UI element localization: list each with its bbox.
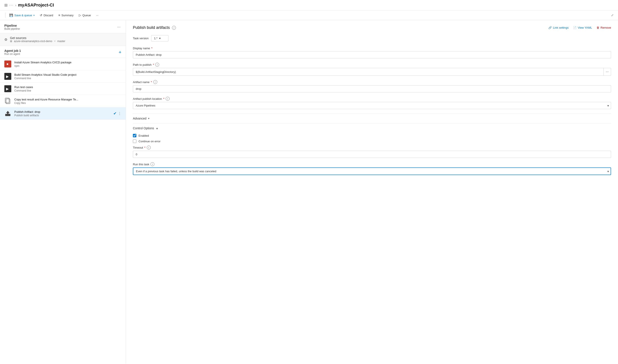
queue-button[interactable]: ▷ Queue: [77, 12, 93, 18]
display-name-label: Display name *: [133, 47, 611, 50]
save-queue-button[interactable]: 💾 Save & queue ▾: [7, 12, 37, 18]
save-queue-chevron: ▾: [33, 14, 35, 16]
save-icon: 💾: [9, 13, 13, 17]
remove-link[interactable]: 🗑 Remove: [596, 26, 611, 29]
control-options-chevron: ▲: [156, 127, 158, 130]
artifact-name-label: Artifact name * i: [133, 80, 611, 84]
step-test-sub: Command line: [14, 89, 121, 92]
task-info-icon[interactable]: i: [172, 26, 176, 30]
control-options-label: Control Options: [133, 127, 154, 130]
display-name-required: *: [151, 47, 152, 50]
more-button[interactable]: ···: [94, 12, 101, 18]
right-panel-header: Publish build artifacts i 🔗 Link setting…: [133, 25, 611, 30]
top-header: ⊞ ··· › myASAProject-CI: [0, 0, 618, 10]
control-options-section-header[interactable]: Control Options ▲: [133, 123, 611, 133]
run-this-task-select[interactable]: Even if a previous task has failed, unle…: [133, 168, 611, 175]
step-copy-content: Copy test result and Azure Resource Mana…: [14, 98, 121, 104]
view-yaml-icon: 📄: [573, 26, 577, 29]
svg-text:▶: ▶: [6, 75, 9, 78]
task-version-row: Task version 1.* ▾: [133, 35, 611, 41]
add-step-button[interactable]: +: [119, 50, 121, 55]
timeout-field: Timeout * i: [133, 145, 611, 158]
get-sources-icon: ⚙: [4, 38, 7, 42]
step-publish-check: ✔: [113, 111, 117, 116]
step-copy[interactable]: Copy test result and Azure Resource Mana…: [0, 95, 126, 107]
svg-marker-9: [6, 111, 10, 114]
copy-icon: [4, 98, 11, 104]
step-test-title: Run test cases: [14, 85, 121, 89]
pipeline-header: Pipeline Build pipeline ···: [0, 20, 126, 33]
artifact-location-select-wrapper: Azure Pipelines File share ▾: [133, 102, 611, 109]
summary-icon: ≡: [58, 13, 60, 17]
artifact-location-info-icon[interactable]: i: [166, 97, 170, 101]
continue-on-error-checkbox[interactable]: [133, 140, 136, 143]
continue-on-error-row: Continue on error: [133, 140, 611, 143]
get-sources-content: Get sources ⊞ azure-streamanalytics-cicd…: [10, 36, 65, 43]
grid-icon: ⊞: [4, 3, 8, 8]
step-copy-title: Copy test result and Azure Resource Mana…: [14, 98, 121, 101]
enabled-label: Enabled: [138, 134, 149, 137]
pipeline-dots-button[interactable]: ···: [116, 24, 121, 30]
get-sources-meta: ⊞ azure-streamanalytics-cicd-demo ⑂ mast…: [10, 40, 65, 43]
task-version-select[interactable]: 1.* ▾: [151, 35, 168, 41]
artifact-name-info-icon[interactable]: i: [153, 80, 157, 84]
step-publish-sub: Publish build artifacts: [14, 114, 110, 117]
step-install[interactable]: ■ Install Azure Stream Analytics CI/CD p…: [0, 58, 126, 70]
expand-icon[interactable]: ⤢: [611, 13, 614, 17]
pipeline-subtitle: Build pipeline: [4, 27, 20, 30]
advanced-section-header[interactable]: Advanced ▾: [133, 114, 611, 123]
main-layout: Pipeline Build pipeline ··· ⚙ Get source…: [0, 20, 618, 364]
step-test[interactable]: ▶ Run test cases Command line: [0, 83, 126, 95]
run-this-task-field: Run this task i Even if a previous task …: [133, 162, 611, 175]
display-name-input[interactable]: [133, 51, 611, 58]
continue-on-error-label: Continue on error: [138, 140, 161, 143]
timeout-input[interactable]: [133, 151, 611, 158]
display-name-field: Display name *: [133, 47, 611, 58]
discard-button[interactable]: ↺ Discard: [38, 12, 55, 18]
pipeline-header-left: Pipeline Build pipeline: [4, 24, 20, 30]
step-install-title: Install Azure Stream Analytics CI/CD pac…: [14, 61, 121, 64]
discard-icon: ↺: [40, 13, 42, 17]
svg-text:■: ■: [7, 62, 8, 66]
step-publish-dots[interactable]: ⋮: [118, 112, 121, 116]
timeout-info-icon[interactable]: i: [147, 145, 151, 149]
project-title: myASAProject-CI: [18, 3, 54, 8]
task-title-row: Publish build artifacts i: [133, 25, 176, 30]
control-options-content: Enabled Continue on error Timeout * i Ru…: [133, 134, 611, 175]
toolbar-divider: [5, 13, 5, 18]
enabled-checkbox[interactable]: [133, 134, 136, 137]
step-install-content: Install Azure Stream Analytics CI/CD pac…: [14, 61, 121, 67]
get-sources[interactable]: ⚙ Get sources ⊞ azure-streamanalytics-ci…: [0, 33, 126, 46]
path-to-publish-field: Path to publish * i ···: [133, 63, 611, 76]
agent-job-left: Agent job 1 Run on agent: [4, 49, 21, 55]
run-this-task-info-icon[interactable]: i: [151, 162, 154, 166]
view-yaml-link[interactable]: 📄 View YAML: [573, 26, 592, 29]
toolbar: 💾 Save & queue ▾ ↺ Discard ≡ Summary ▷ Q…: [0, 10, 618, 20]
task-version-label: Task version: [133, 37, 149, 40]
step-publish-title: Publish Artifact: drop: [14, 110, 110, 114]
pipeline-title: Pipeline: [4, 24, 20, 27]
link-settings-icon: 🔗: [548, 26, 552, 29]
summary-button[interactable]: ≡ Summary: [56, 12, 76, 18]
path-info-icon[interactable]: i: [155, 63, 159, 67]
step-publish[interactable]: Publish Artifact: drop Publish build art…: [0, 107, 126, 120]
run-this-task-select-wrapper: Even if a previous task has failed, unle…: [133, 168, 611, 175]
svg-rect-8: [5, 114, 10, 116]
path-to-publish-input[interactable]: [133, 68, 604, 75]
header-dots[interactable]: ···: [9, 3, 14, 7]
install-icon: ■: [4, 61, 11, 67]
task-version-chevron: ▾: [159, 37, 161, 40]
path-dots-button[interactable]: ···: [604, 68, 611, 76]
get-sources-title: Get sources: [10, 36, 65, 40]
link-settings-link[interactable]: 🔗 Link settings: [548, 26, 569, 29]
step-build[interactable]: ▶ Build Stream Analytics Visual Studio C…: [0, 70, 126, 83]
action-links: 🔗 Link settings 📄 View YAML 🗑 Remove: [548, 26, 611, 29]
left-panel: Pipeline Build pipeline ··· ⚙ Get source…: [0, 20, 126, 364]
step-build-title: Build Stream Analytics Visual Studio Cod…: [14, 73, 121, 76]
artifact-publish-location-field: Artifact publish location * i Azure Pipe…: [133, 97, 611, 109]
artifact-location-select[interactable]: Azure Pipelines File share: [133, 102, 611, 109]
artifact-name-input[interactable]: [133, 85, 611, 92]
timeout-label: Timeout * i: [133, 145, 611, 149]
step-install-sub: npm: [14, 65, 121, 67]
artifact-name-field: Artifact name * i: [133, 80, 611, 92]
